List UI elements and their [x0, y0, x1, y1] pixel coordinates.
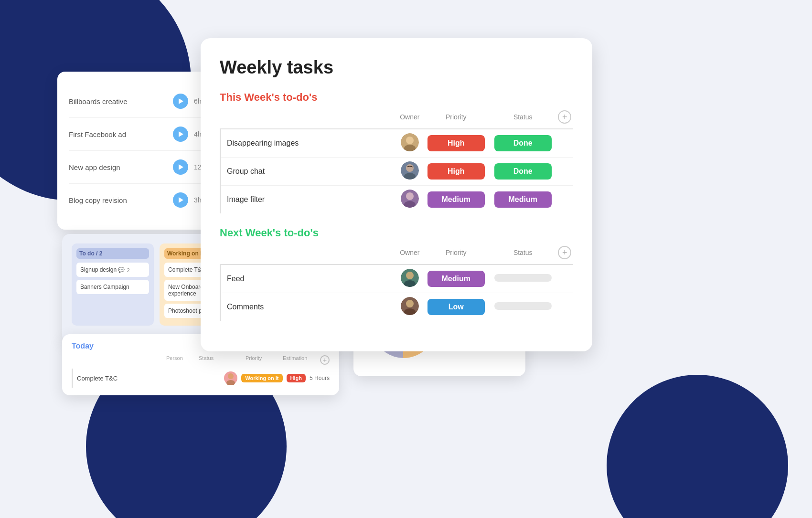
svg-point-1 — [226, 380, 235, 385]
svg-point-3 — [406, 137, 414, 144]
table-row: Disappearing images High Done — [221, 129, 574, 158]
kanban-col-todo: To do / 2 Signup design 💬 2 Banners Camp… — [72, 243, 154, 326]
today-columns-header: Person Status Priority Estimation + — [72, 355, 330, 365]
col-header-status: Status — [490, 110, 556, 129]
col-header-owner-2: Owner — [397, 246, 423, 264]
kanban-card-badge: 💬 2 — [118, 267, 129, 273]
play-button-1[interactable] — [173, 94, 188, 109]
task-cell-status: Done — [490, 158, 556, 186]
task-cell-name: Feed — [221, 264, 397, 293]
task-name-2: First Facebook ad — [69, 130, 167, 138]
priority-badge: Medium — [427, 271, 485, 287]
avatar — [401, 161, 419, 180]
avatar — [401, 269, 419, 287]
priority-badge: Medium — [427, 191, 485, 208]
task-cell-name: Image filter — [221, 186, 397, 214]
today-col-person: Person — [166, 355, 195, 365]
task-cell-owner — [397, 264, 423, 293]
table-row: Image filter Medium Medium — [221, 186, 574, 214]
today-col-priority: Priority — [246, 355, 279, 365]
col-header-status-2: Status — [490, 246, 556, 264]
today-col-status: Status — [199, 355, 242, 365]
status-badge-empty — [494, 274, 552, 282]
task-cell-owner — [397, 186, 423, 214]
table-row: Comments Low — [221, 293, 574, 321]
priority-badge: High — [427, 163, 485, 180]
task-cell-owner — [397, 129, 423, 158]
task-name-4: Blog copy revision — [69, 196, 167, 204]
task-cell-name: Group chat — [221, 158, 397, 186]
task-cell-name: Comments — [221, 293, 397, 321]
kanban-card-text: Banners Campaign — [80, 284, 129, 290]
today-add-button[interactable]: + — [320, 355, 330, 365]
time-task-row: Blog copy revision 3h 0 — [69, 184, 218, 216]
task-cell-priority: Low — [423, 293, 490, 321]
task-cell-status: Done — [490, 129, 556, 158]
weekly-tasks-card: Weekly tasks This Week's to-do's Owner P… — [201, 38, 592, 351]
play-button-2[interactable] — [173, 127, 188, 142]
today-priority-badge: High — [287, 374, 306, 382]
status-badge: Done — [494, 163, 552, 180]
task-cell-priority: High — [423, 129, 490, 158]
svg-point-9 — [406, 192, 414, 200]
play-button-3[interactable] — [173, 159, 188, 175]
task-cell-owner — [397, 158, 423, 186]
today-col-estimation: Estimation — [283, 355, 316, 365]
task-cell-priority: High — [423, 158, 490, 186]
avatar — [401, 133, 419, 151]
avatar — [401, 297, 419, 315]
priority-badge: Low — [427, 299, 485, 315]
task-cell-owner — [397, 293, 423, 321]
time-task-row: Billboards creative 6h 5 — [69, 85, 218, 118]
svg-point-0 — [228, 373, 234, 379]
add-task-button-1[interactable]: + — [558, 110, 571, 124]
task-cell-priority: Medium — [423, 186, 490, 214]
time-task-row: New app design 12h — [69, 151, 218, 184]
avatar — [401, 190, 419, 208]
svg-point-6 — [406, 164, 414, 172]
this-week-table: Owner Priority Status + Disappearing ima… — [220, 110, 573, 213]
col-header-owner: Owner — [397, 110, 423, 129]
add-task-button-2[interactable]: + — [558, 246, 571, 259]
task-cell-status — [490, 264, 556, 293]
cards-wrapper: Billboards creative 6h 5 First Facebook … — [0, 0, 812, 518]
today-task-name: Complete T&C — [77, 375, 220, 382]
task-cell-priority: Medium — [423, 264, 490, 293]
kanban-card-item[interactable]: Banners Campaign — [76, 280, 149, 294]
comment-icon: 💬 — [118, 267, 125, 273]
status-badge: Medium — [494, 191, 552, 208]
kanban-card-text: Complete T&C — [168, 266, 205, 273]
play-button-4[interactable] — [173, 192, 188, 208]
task-cell-status — [490, 293, 556, 321]
priority-badge: High — [427, 135, 485, 151]
col-header-priority-2: Priority — [423, 246, 490, 264]
today-estimation: 5 Hours — [310, 375, 330, 381]
task-cell-name: Disappearing images — [221, 129, 397, 158]
today-task-row: Complete T&C Working on it High 5 Hours — [72, 369, 330, 388]
col-header-priority: Priority — [423, 110, 490, 129]
table-row: Group chat High Done — [221, 158, 574, 186]
next-week-table: Owner Priority Status + Feed Medium — [220, 246, 573, 321]
next-week-section-title: Next Week's to-do's — [220, 227, 573, 239]
kanban-card-item[interactable]: Signup design 💬 2 — [76, 263, 149, 277]
today-avatar — [224, 371, 237, 385]
task-cell-status: Medium — [490, 186, 556, 214]
status-badge: Done — [494, 135, 552, 151]
kanban-card-text: Signup design — [80, 266, 117, 273]
weekly-title: Weekly tasks — [220, 57, 573, 78]
today-status-badge: Working on it — [241, 374, 282, 382]
task-name-3: New app design — [69, 163, 167, 171]
status-badge-empty — [494, 302, 552, 310]
svg-point-12 — [406, 272, 414, 279]
kanban-col-todo-header: To do / 2 — [76, 248, 149, 259]
table-row: Feed Medium — [221, 264, 574, 293]
time-task-row: First Facebook ad 4h 3 — [69, 118, 218, 151]
svg-point-15 — [406, 300, 414, 307]
this-week-section-title: This Week's to-do's — [220, 91, 573, 104]
task-name-1: Billboards creative — [69, 97, 167, 106]
